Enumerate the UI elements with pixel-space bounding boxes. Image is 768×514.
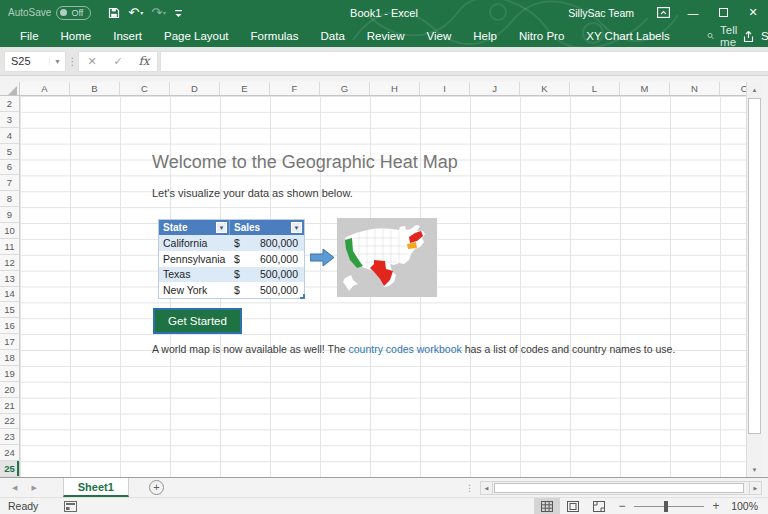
horizontal-scrollbar-thumb[interactable] [494,483,744,493]
minimize-button[interactable]: — [678,0,708,25]
formula-bar-drag-handle[interactable]: ⋮ [66,56,78,67]
scroll-up-button[interactable]: ▲ [747,82,762,97]
tab-home[interactable]: Home [50,30,103,42]
tab-insert[interactable]: Insert [102,30,153,42]
row-header-18[interactable]: 18 [0,350,19,366]
undo-button[interactable]: ↶▾ [125,3,146,23]
column-header-c[interactable]: C [120,82,170,95]
column-header-o[interactable]: O [720,82,746,95]
name-box-dropdown-caret[interactable]: ▼ [49,58,65,65]
column-header-g[interactable]: G [320,82,370,95]
row-header-15[interactable]: 15 [0,302,19,318]
tab-help[interactable]: Help [462,30,508,42]
insert-function-button[interactable]: fx [131,54,157,68]
column-header-e[interactable]: E [220,82,270,95]
row-header-25[interactable]: 25 [0,461,19,477]
column-header-k[interactable]: K [520,82,570,95]
row-header-17[interactable]: 17 [0,334,19,350]
state-filter-button[interactable]: ▼ [216,222,227,233]
country-codes-workbook-link[interactable]: country codes workbook [349,343,462,355]
add-sheet-button[interactable]: + [149,480,164,495]
column-header-n[interactable]: N [670,82,720,95]
zoom-slider-thumb[interactable] [664,501,668,512]
ribbon-display-options-button[interactable] [648,0,678,25]
redo-button[interactable]: ↷▾ [148,3,169,23]
row-header-19[interactable]: 19 [0,366,19,382]
tab-page-layout[interactable]: Page Layout [153,30,240,42]
page-break-preview-button[interactable] [586,498,612,514]
formula-input[interactable] [160,51,768,72]
close-button[interactable]: ✕ [738,0,768,25]
macro-record-button[interactable] [64,501,77,512]
tab-review[interactable]: Review [356,30,416,42]
previous-sheet-button[interactable]: ◀ [12,484,17,492]
vertical-scrollbar-thumb[interactable] [748,98,761,434]
column-header-b[interactable]: B [70,82,120,95]
row-header-5[interactable]: 5 [0,144,19,160]
name-box[interactable]: S25 ▼ [4,51,66,72]
tab-data[interactable]: Data [310,30,356,42]
row-header-24[interactable]: 24 [0,445,19,461]
redo-dropdown-caret[interactable]: ▾ [163,9,166,16]
share-button[interactable]: Share [742,30,768,43]
select-all-button[interactable] [0,82,20,96]
column-header-j[interactable]: J [470,82,520,95]
tab-split-drag-handle[interactable]: ⋮ [465,483,474,493]
horizontal-scrollbar-track[interactable] [493,481,749,495]
account-name[interactable]: SillySac Team [568,7,634,19]
table-resize-handle[interactable] [300,294,305,299]
row-header-3[interactable]: 3 [0,112,19,128]
column-header-d[interactable]: D [170,82,220,95]
tell-me-box[interactable]: Tell me [707,24,742,48]
row-header-22[interactable]: 22 [0,414,19,430]
cancel-entry-button[interactable]: ✕ [79,55,105,68]
normal-view-button[interactable] [534,498,560,514]
tab-nitro-pro[interactable]: Nitro Pro [508,30,575,42]
next-sheet-button[interactable]: ▶ [31,484,36,492]
row-header-2[interactable]: 2 [0,96,19,112]
sheet-tab-sheet1[interactable]: Sheet1 [63,478,129,497]
column-header-f[interactable]: F [270,82,320,95]
row-header-4[interactable]: 4 [0,128,19,144]
row-header-23[interactable]: 23 [0,429,19,445]
enter-entry-button[interactable]: ✓ [105,55,131,68]
row-header-14[interactable]: 14 [0,287,19,303]
autosave-toggle[interactable]: Off [56,6,91,20]
zoom-level[interactable]: 100% [726,500,768,512]
scroll-right-button[interactable]: ▶ [749,481,762,495]
row-header-9[interactable]: 9 [0,207,19,223]
row-header-20[interactable]: 20 [0,382,19,398]
scroll-left-button[interactable]: ◀ [480,481,493,495]
zoom-slider[interactable] [634,506,704,507]
page-layout-view-button[interactable] [560,498,586,514]
zoom-out-button[interactable]: − [612,499,632,513]
scroll-down-button[interactable]: ▼ [747,462,762,477]
cell-grid[interactable]: Welcome to the Geographic Heat Map Let's… [20,96,746,477]
row-header-10[interactable]: 10 [0,223,19,239]
maximize-button[interactable] [708,0,738,25]
undo-dropdown-caret[interactable]: ▾ [140,9,143,16]
tab-formulas[interactable]: Formulas [240,30,310,42]
column-header-l[interactable]: L [570,82,620,95]
sales-filter-button[interactable]: ▼ [291,222,302,233]
vertical-scrollbar[interactable]: ▲ ▼ [746,82,762,477]
column-header-i[interactable]: I [420,82,470,95]
tab-xy-chart-labels[interactable]: XY Chart Labels [575,30,681,42]
column-header-m[interactable]: M [620,82,670,95]
tab-file[interactable]: File [0,30,50,42]
row-header-13[interactable]: 13 [0,271,19,287]
column-header-a[interactable]: A [20,82,70,95]
tab-view[interactable]: View [416,30,463,42]
save-button[interactable] [105,3,123,23]
row-header-7[interactable]: 7 [0,175,19,191]
row-header-16[interactable]: 16 [0,318,19,334]
get-started-button[interactable]: Get Started [153,308,242,334]
row-header-6[interactable]: 6 [0,160,19,176]
horizontal-scrollbar[interactable]: ⋮ ◀ ▶ [465,480,762,496]
zoom-in-button[interactable]: + [706,499,726,513]
row-header-8[interactable]: 8 [0,191,19,207]
row-header-12[interactable]: 12 [0,255,19,271]
customize-qat-button[interactable] [171,3,186,23]
row-header-21[interactable]: 21 [0,398,19,414]
column-header-h[interactable]: H [370,82,420,95]
